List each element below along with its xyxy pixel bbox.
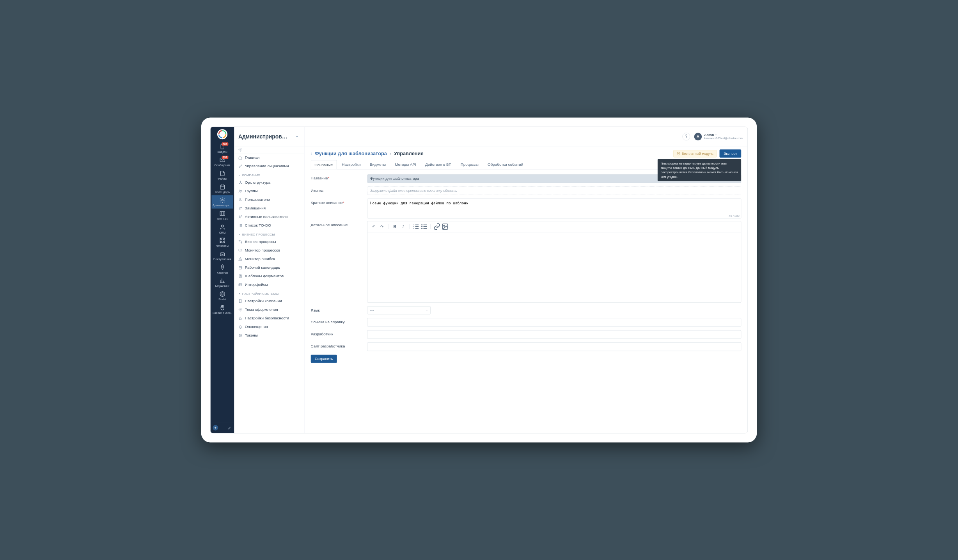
italic-button[interactable]: I — [399, 223, 407, 230]
sidebar-item[interactable]: Тема оформления — [234, 305, 304, 314]
svg-point-21 — [240, 198, 241, 200]
person-icon — [219, 224, 225, 230]
tab-4[interactable]: Действия в БП — [421, 160, 455, 169]
nav-item-9[interactable]: Хакатон — [211, 262, 233, 276]
sidebar-item[interactable]: Настройки компании — [234, 297, 304, 305]
tab-1[interactable]: Настройки — [338, 160, 364, 169]
nav-item-6[interactable]: CRM — [211, 222, 233, 235]
sidebar-item[interactable]: Шаблоны документов — [234, 272, 304, 280]
sidebar-item[interactable]: Управление лицензиями — [234, 162, 304, 170]
alert-icon — [238, 257, 242, 261]
svg-rect-7 — [220, 185, 225, 189]
cal-icon — [238, 266, 242, 269]
sidebar-item[interactable]: Список TO-DO — [234, 221, 304, 230]
nav-item-3[interactable]: Календарь — [211, 182, 233, 195]
breadcrumb-parent[interactable]: Функции для шаблонизатора — [315, 151, 387, 156]
shield-icon — [677, 152, 680, 155]
svg-point-8 — [222, 199, 223, 201]
topbar: ? A Anton ⌄ kononov+101test@elewise.com — [304, 127, 747, 146]
nav-item-10[interactable]: Маркетинг — [211, 276, 233, 289]
tab-5[interactable]: Процессы — [457, 160, 483, 169]
sidebar-section[interactable]: ▸НАСТРОЙКИ СИСТЕМЫ — [234, 289, 304, 297]
nav-item-4[interactable]: Администри… — [211, 195, 233, 209]
sidebar-section[interactable]: ▸БИЗНЕС-ПРОЦЕССЫ — [234, 230, 304, 237]
tab-2[interactable]: Виджеты — [366, 160, 390, 169]
svg-point-36 — [422, 226, 422, 227]
nav-item-7[interactable]: Финансы — [211, 236, 233, 249]
free-module-badge[interactable]: Бесплатный модуль — [673, 150, 717, 157]
export-button[interactable]: Экспорт — [719, 149, 741, 158]
tab-6[interactable]: Обработка событий — [484, 160, 527, 169]
undo-button[interactable]: ↶ — [370, 223, 378, 230]
sidebar-item[interactable]: Бизнес-процессы — [234, 237, 304, 246]
ordered-list-button[interactable] — [412, 223, 420, 230]
svg-point-10 — [221, 225, 223, 227]
gear-icon — [219, 197, 225, 203]
chevron-down-icon: ⌄ — [426, 309, 428, 312]
sidebar-item[interactable]: Активные пользователи — [234, 213, 304, 221]
bold-button[interactable]: B — [391, 223, 399, 230]
gear-icon[interactable] — [238, 148, 242, 152]
sidebar-item[interactable]: Пользователи — [234, 195, 304, 204]
tab-0[interactable]: Основные — [310, 160, 337, 170]
language-select[interactable]: ---⌄ — [367, 306, 430, 314]
add-module-button[interactable]: + — [213, 425, 218, 431]
developer-input[interactable] — [367, 330, 741, 339]
user-menu[interactable]: A Anton ⌄ kononov+101test@elewise.com — [694, 133, 743, 140]
rte-content[interactable] — [367, 232, 741, 303]
nav-item-11[interactable]: Portal — [211, 289, 233, 302]
sidebar-item[interactable]: Орг. структура — [234, 178, 304, 187]
sidebar-item[interactable]: Группы — [234, 187, 304, 195]
sidebar-item[interactable]: Настройки безопасности — [234, 314, 304, 323]
lock-icon — [238, 316, 242, 320]
breadcrumb-back[interactable]: ‹ — [310, 151, 312, 156]
svg-point-16 — [240, 181, 241, 182]
sidebar-item[interactable]: Токены — [234, 331, 304, 340]
tpl-icon — [238, 274, 242, 278]
image-button[interactable] — [442, 223, 449, 230]
svg-point-31 — [240, 309, 241, 310]
unordered-list-button[interactable] — [420, 223, 428, 230]
collapse-sidebar-button[interactable]: « — [294, 133, 300, 139]
sidebar-item[interactable]: Рабочий календарь — [234, 263, 304, 272]
save-button[interactable]: Сохранить — [310, 354, 337, 363]
nav-item-2[interactable]: Файлы — [211, 168, 233, 182]
sidebar-item[interactable]: Монитор процессов — [234, 246, 304, 255]
nav-item-12[interactable]: Заявки в АХО, — [211, 303, 233, 316]
home-icon — [238, 156, 242, 159]
help-link-input[interactable] — [367, 318, 741, 326]
sidebar-item[interactable]: Главная — [234, 153, 304, 162]
sidebar-item[interactable]: Интерфейсы — [234, 280, 304, 289]
icon-dropzone[interactable]: Загрузите файл или перетащите его в эту … — [367, 186, 741, 195]
globe-icon — [219, 291, 225, 297]
help-button[interactable]: ? — [682, 133, 690, 140]
svg-point-23 — [241, 216, 242, 216]
group-icon — [238, 189, 242, 193]
redo-button[interactable]: ↷ — [378, 223, 386, 230]
chart-icon — [219, 278, 225, 284]
tab-3[interactable]: Методы API — [391, 160, 420, 169]
org-icon — [238, 181, 242, 184]
monitor-icon — [238, 248, 242, 252]
nav-item-8[interactable]: Поступления — [211, 249, 233, 262]
rich-text-editor: ↶ ↷ B I — [367, 221, 741, 303]
avatar: A — [694, 133, 702, 140]
user-icon — [238, 198, 242, 202]
sidebar-item[interactable]: Монитор ошибок — [234, 255, 304, 263]
developer-site-input[interactable] — [367, 342, 741, 351]
nav-item-0[interactable]: 967Задачи — [211, 142, 233, 155]
envelope-icon: 152 — [219, 157, 225, 163]
svg-rect-27 — [239, 266, 242, 269]
svg-point-35 — [422, 225, 422, 225]
nav-item-1[interactable]: 152Сообщения — [211, 155, 233, 168]
sidebar-item[interactable]: Оповещения — [234, 323, 304, 331]
sidebar-section[interactable]: ▸КОМПАНИЯ — [234, 170, 304, 178]
sidebar-item[interactable]: Замещения — [234, 204, 304, 213]
wrench-icon[interactable] — [227, 425, 232, 430]
nav-item-5[interactable]: Test 111 — [211, 209, 233, 222]
app-logo[interactable] — [217, 129, 227, 139]
breadcrumb: ‹ Функции для шаблонизатора › Управление — [310, 151, 423, 156]
link-button[interactable] — [433, 223, 441, 230]
hands-icon — [219, 304, 225, 310]
svg-rect-30 — [239, 299, 241, 303]
